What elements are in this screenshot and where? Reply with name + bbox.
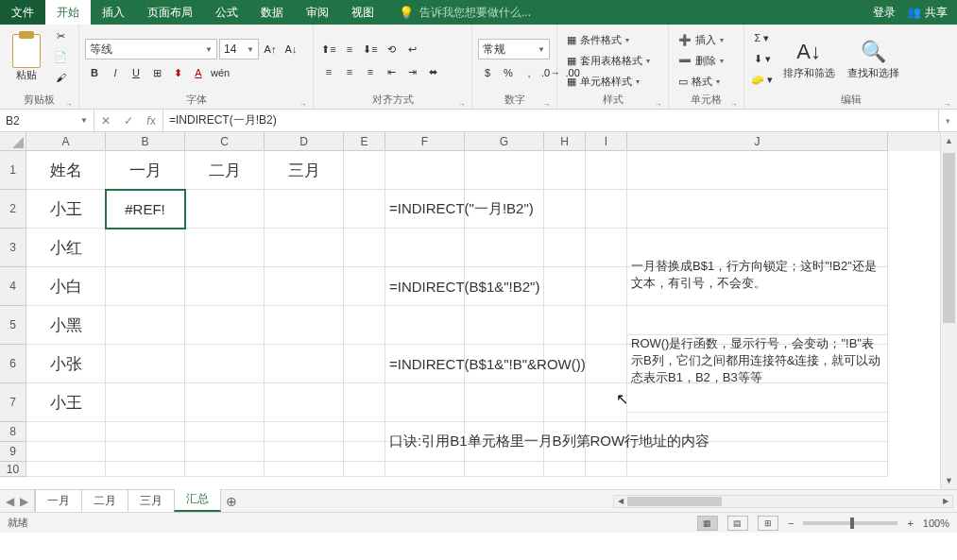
cell-C2[interactable]: [185, 190, 265, 229]
column-header-J[interactable]: J: [627, 132, 888, 151]
row-header-7[interactable]: 7: [0, 383, 26, 422]
cell-E7[interactable]: [344, 383, 385, 422]
cell-A4[interactable]: 小白: [26, 267, 106, 306]
cell-A1[interactable]: 姓名: [26, 151, 106, 190]
cell-D2[interactable]: [265, 190, 344, 229]
zoom-level[interactable]: 100%: [923, 518, 949, 529]
menu-home[interactable]: 开始: [45, 0, 91, 25]
format-as-table-button[interactable]: ▦套用表格格式▾: [563, 51, 654, 70]
merge-center-button[interactable]: ⬌: [423, 62, 442, 81]
align-bottom-button[interactable]: ⬇≡: [361, 40, 380, 59]
select-all-corner[interactable]: [0, 132, 26, 151]
login-link[interactable]: 登录: [873, 5, 896, 21]
sheet-tab-一月[interactable]: 一月: [35, 489, 82, 512]
align-center-button[interactable]: ≡: [340, 62, 359, 81]
cell-G1[interactable]: [465, 151, 544, 190]
cell-C4[interactable]: [185, 267, 265, 306]
align-left-button[interactable]: ≡: [319, 62, 338, 81]
row-header-8[interactable]: 8: [0, 422, 26, 442]
cell-F5[interactable]: [385, 306, 465, 345]
cell-A8[interactable]: [26, 422, 106, 442]
number-format-combo[interactable]: 常规▼: [478, 39, 550, 59]
cell-H10[interactable]: [544, 462, 586, 477]
page-layout-view-button[interactable]: ▤: [727, 516, 748, 531]
cell-B5[interactable]: [106, 306, 185, 345]
percent-button[interactable]: %: [499, 63, 518, 82]
insert-function-button[interactable]: fx: [140, 114, 162, 127]
cell-C6[interactable]: [185, 345, 265, 383]
column-header-A[interactable]: A: [26, 132, 106, 151]
column-header-G[interactable]: G: [465, 132, 544, 151]
cell-G3[interactable]: [465, 229, 544, 267]
cell-I7[interactable]: [586, 383, 627, 422]
column-header-F[interactable]: F: [385, 132, 465, 151]
menu-formula[interactable]: 公式: [204, 0, 249, 25]
cell-B7[interactable]: [106, 383, 185, 422]
scroll-right-icon[interactable]: ▶: [939, 496, 952, 507]
cell-B8[interactable]: [106, 422, 185, 442]
decrease-font-button[interactable]: A↓: [282, 40, 300, 59]
page-break-view-button[interactable]: ⊞: [758, 516, 778, 531]
align-middle-button[interactable]: ≡: [340, 40, 359, 59]
cell-E8[interactable]: [344, 422, 385, 442]
font-name-combo[interactable]: 等线▼: [85, 39, 217, 59]
sheet-tab-汇总[interactable]: 汇总: [174, 487, 221, 512]
decrease-indent-button[interactable]: ⇤: [382, 62, 401, 81]
normal-view-button[interactable]: ▦: [697, 516, 718, 531]
expand-formula-bar-button[interactable]: ▾: [938, 110, 957, 131]
cell-B6[interactable]: [106, 345, 185, 383]
cell-G7[interactable]: [465, 383, 544, 422]
share-button[interactable]: 👥 共享: [907, 5, 948, 21]
align-right-button[interactable]: ≡: [361, 62, 380, 81]
sheet-nav-next[interactable]: ▶: [20, 495, 28, 508]
cell-E10[interactable]: [344, 462, 385, 477]
cell-C8[interactable]: [185, 422, 265, 442]
vertical-scrollbar[interactable]: ▲ ▼: [940, 132, 957, 489]
fill-color-button[interactable]: ⬍: [168, 63, 187, 82]
align-top-button[interactable]: ⬆≡: [319, 40, 338, 59]
cell-J6[interactable]: ROW()是行函数，显示行号，会变动；"!B"表示B列，它们之间都用连接符&连接…: [627, 335, 888, 413]
wrap-text-button[interactable]: ↩: [402, 40, 421, 59]
row-header-4[interactable]: 4: [0, 267, 26, 306]
bold-button[interactable]: B: [85, 63, 104, 82]
cell-G5[interactable]: [465, 306, 544, 345]
column-header-C[interactable]: C: [185, 132, 265, 151]
cell-H1[interactable]: [544, 151, 586, 190]
cell-C7[interactable]: [185, 383, 265, 422]
cell-E3[interactable]: [344, 229, 385, 267]
menu-data[interactable]: 数据: [249, 0, 295, 25]
tell-me-search[interactable]: 💡 告诉我您想要做什么...: [385, 0, 531, 25]
format-painter-button[interactable]: 🖌: [51, 68, 70, 87]
cell-B4[interactable]: [106, 267, 185, 306]
cell-D8[interactable]: [265, 422, 344, 442]
border-button[interactable]: ⊞: [147, 63, 166, 82]
row-header-2[interactable]: 2: [0, 190, 26, 229]
sheet-tab-二月[interactable]: 二月: [81, 489, 128, 512]
hscroll-thumb[interactable]: [627, 497, 722, 506]
sort-filter-button[interactable]: A↓ 排序和筛选: [779, 28, 838, 91]
cell-A3[interactable]: 小红: [26, 229, 106, 267]
cell-D9[interactable]: [265, 442, 344, 462]
cell-B1[interactable]: 一月: [106, 151, 185, 190]
vscroll-thumb[interactable]: [943, 153, 955, 323]
cell-F1[interactable]: [385, 151, 465, 190]
zoom-in-button[interactable]: +: [907, 518, 913, 529]
font-color-button[interactable]: A: [189, 63, 208, 82]
cell-C9[interactable]: [185, 442, 265, 462]
cell-H3[interactable]: [544, 229, 586, 267]
accounting-button[interactable]: $: [478, 63, 497, 82]
increase-font-button[interactable]: A↑: [261, 40, 280, 59]
cell-F7[interactable]: [385, 383, 465, 422]
comma-button[interactable]: ,: [520, 63, 538, 82]
cell-A2[interactable]: 小王: [26, 190, 106, 229]
cell-H7[interactable]: [544, 383, 586, 422]
insert-cells-button[interactable]: ➕插入▾: [675, 30, 727, 49]
cell-I3[interactable]: [586, 229, 627, 267]
column-header-D[interactable]: D: [265, 132, 344, 151]
cell-A10[interactable]: [26, 462, 106, 477]
scroll-left-icon[interactable]: ◀: [614, 496, 627, 507]
menu-layout[interactable]: 页面布局: [136, 0, 204, 25]
cell-E4[interactable]: [344, 267, 385, 306]
cell-C5[interactable]: [185, 306, 265, 345]
add-sheet-button[interactable]: ⊕: [220, 490, 243, 512]
